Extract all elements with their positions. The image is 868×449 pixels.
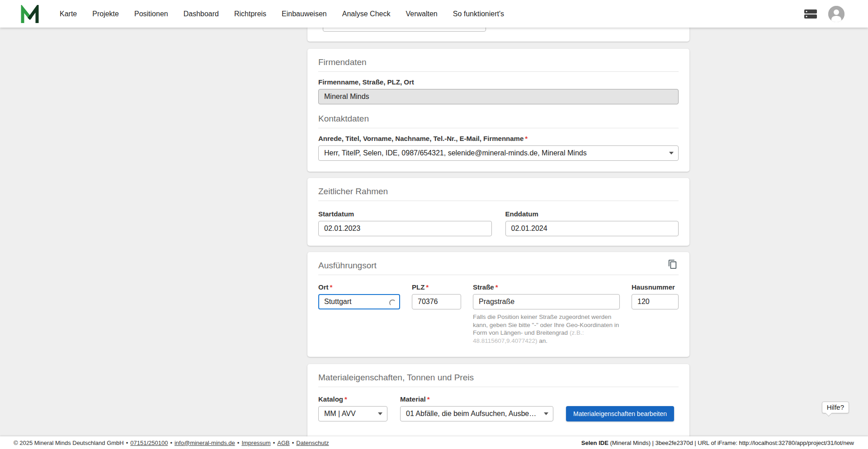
ausfuehrungsort-header: Ausführungsort [318,260,679,275]
copy-icon-glyph [668,259,678,269]
zeitraum-title: Zeitlicher Rahmen [318,186,679,201]
ausfuehrungsort-grid: Ort* PLZ* Straße* Hausnu [318,283,679,345]
user-avatar[interactable] [828,6,844,22]
help-button[interactable]: Hilfe? [822,402,849,413]
material-grid: Katalog* MM | AVV Material* 01 Abfälle, … [318,395,679,421]
footer-impressum-link[interactable]: Impressum [241,440,270,446]
startdatum-label: Startdatum [318,210,492,218]
katalog-field: Katalog* MM | AVV [318,395,387,421]
required-marker: * [426,283,429,291]
chevron-down-icon [669,152,674,154]
footer-email-link[interactable]: info@mineral-minds.de [175,440,235,446]
top-navbar: Karte Projekte Positionen Dashboard Rich… [0,0,868,28]
helper-text-end: an. [537,337,547,344]
strasse-helper-text: Falls die Position keiner Straße zugeord… [473,313,620,345]
ort-input[interactable] [318,294,400,309]
footer-debug-info: Selen IDE (Mineral Minds) | 3bee2fe2370d… [581,440,854,446]
person-icon [828,6,844,22]
required-marker: * [330,283,333,291]
firmendaten-title: Firmendaten [318,57,679,72]
kontaktdaten-title: Kontaktdaten [318,113,679,128]
firmenname-input[interactable] [318,89,679,104]
mineral-minds-logo-icon [20,5,40,23]
footer-datenschutz-link[interactable]: Datenschutz [296,440,329,446]
strasse-label-text: Straße [473,283,494,291]
material-label-text: Material [400,395,426,403]
kontakt-label-text: Anrede, Titel, Vorname, Nachname, Tel.-N… [318,135,524,142]
startdatum-input[interactable] [318,221,492,236]
card-zeitlicher-rahmen: Zeitlicher Rahmen Startdatum Enddatum [307,178,689,246]
strasse-label: Straße* [473,283,620,291]
firmenname-label: Firmenname, Straße, PLZ, Ort [318,78,679,86]
firmenname-label-text: Firmenname, Straße, PLZ, Ort [318,78,414,86]
footer-separator: • [273,440,275,446]
footer-copyright: © 2025 Mineral Minds Deutschland GmbH [14,440,124,446]
copy-icon[interactable] [667,258,679,272]
navbar-actions [804,6,868,22]
footer: © 2025 Mineral Minds Deutschland GmbH • … [0,436,868,449]
footer-agb-link[interactable]: AGB [277,440,289,446]
ort-input-wrap [318,294,400,309]
chevron-down-icon [378,412,382,415]
main-navigation: Karte Projekte Positionen Dashboard Rich… [60,10,504,18]
enddatum-input[interactable] [505,221,679,236]
hausnummer-label: Hausnummer [632,283,679,291]
materialeigenschaften-bearbeiten-button[interactable]: Materialeigenschaften bearbeiten [566,406,674,421]
enddatum-label: Enddatum [505,210,679,218]
kontakt-label: Anrede, Titel, Vorname, Nachname, Tel.-N… [318,135,679,143]
strasse-field: Straße* [473,283,620,309]
ort-label-text: Ort [318,283,329,291]
footer-separator: • [170,440,172,446]
footer-session-info: (Mineral Minds) | 3bee2fe2370d | URL of … [609,440,854,446]
katalog-select[interactable]: MM | AVV [318,406,387,421]
kontakt-select-value: Herr, TitelP, Selen, IDE, 0987/654321, s… [324,149,587,157]
footer-phone-link[interactable]: 07151/250100 [130,440,168,446]
required-marker: * [344,395,347,403]
ort-field: Ort* [318,283,400,309]
hausnummer-input[interactable] [632,294,679,309]
required-marker: * [427,395,430,403]
nav-item-analyse-check[interactable]: Analyse Check [342,10,391,18]
material-action: Materialeigenschaften bearbeiten [566,395,674,421]
startdatum-field: Startdatum [318,210,492,236]
plz-field: PLZ* [412,283,461,309]
katalog-label: Katalog* [318,395,387,403]
nav-item-so-funktionierts[interactable]: So funktioniert's [453,10,504,18]
brand-logo[interactable] [20,5,42,23]
footer-separator: • [292,440,294,446]
material-field: Material* 01 Abfälle, die beim Aufsuchen… [400,395,553,421]
date-grid: Startdatum Enddatum [318,210,679,236]
footer-separator: • [126,440,128,446]
plz-label: PLZ* [412,283,461,291]
enddatum-field: Enddatum [505,210,679,236]
nav-item-dashboard[interactable]: Dashboard [184,10,219,18]
page-content: Firmendaten Firmenname, Straße, PLZ, Ort… [307,0,689,449]
server-icon-glyph [804,8,817,20]
nav-item-einbauweisen[interactable]: Einbauweisen [282,10,327,18]
loading-spinner-icon [389,299,396,306]
nav-item-projekte[interactable]: Projekte [92,10,119,18]
card-ausfuehrungsort: Ausführungsort Ort* PLZ* [307,252,689,357]
material-title: Materialeigenschaften, Tonnen und Preis [318,372,679,387]
card-firmendaten: Firmendaten Firmenname, Straße, PLZ, Ort… [307,49,689,172]
material-select[interactable]: 01 Abfälle, die beim Aufsuchen, Ausbeute… [400,406,553,421]
helper-text-main: Falls die Position keiner Straße zugeord… [473,313,619,336]
material-label: Material* [400,395,553,403]
footer-user-id: Selen IDE [581,440,609,446]
hausnummer-field: Hausnummer [632,283,679,309]
server-icon[interactable] [804,8,817,20]
kontakt-select[interactable]: Herr, TitelP, Selen, IDE, 0987/654321, s… [318,145,679,161]
nav-item-verwalten[interactable]: Verwalten [406,10,437,18]
footer-separator: • [237,440,240,446]
nav-item-positionen[interactable]: Positionen [134,10,168,18]
nav-item-karte[interactable]: Karte [60,10,77,18]
nav-item-richtpreis[interactable]: Richtpreis [234,10,266,18]
plz-label-text: PLZ [412,283,425,291]
material-select-value: 01 Abfälle, die beim Aufsuchen, Ausbeute… [406,410,540,418]
ausfuehrungsort-title: Ausführungsort [318,260,679,275]
plz-input[interactable] [412,294,461,309]
strasse-input[interactable] [473,294,620,309]
katalog-select-value: MM | AVV [324,410,356,418]
footer-left: © 2025 Mineral Minds Deutschland GmbH • … [14,440,329,446]
required-marker: * [525,135,528,142]
